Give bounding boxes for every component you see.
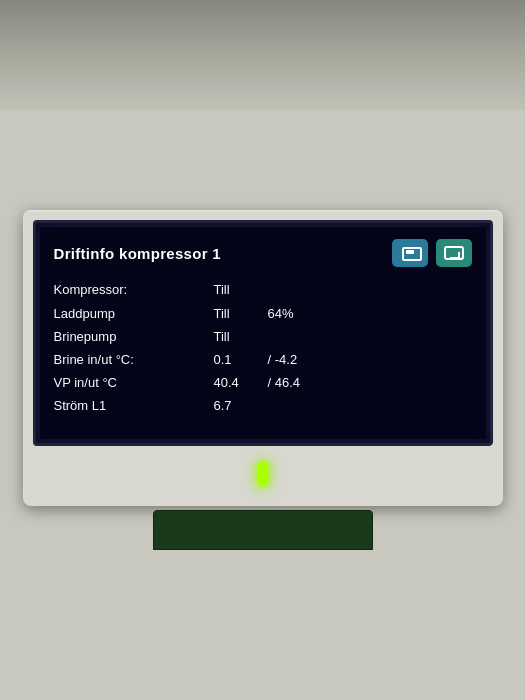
table-row: Laddpump Till 64% bbox=[54, 305, 472, 323]
kompressor-label: Kompressor: bbox=[54, 281, 214, 299]
led-indicator bbox=[258, 462, 268, 486]
laddpump-label: Laddpump bbox=[54, 305, 214, 323]
vp-temp-label: VP in/ut °C bbox=[54, 374, 214, 392]
device-frame: Driftinfo kompressor 1 Kompressor: Till bbox=[23, 210, 503, 505]
data-table: Kompressor: Till Laddpump Till 64% Brine… bbox=[54, 281, 472, 415]
vp-temp-value: 40.4 bbox=[214, 374, 264, 392]
laddpump-value2: 64% bbox=[268, 305, 294, 323]
vp-temp-value2: / 46.4 bbox=[268, 374, 301, 392]
below-screen bbox=[33, 446, 493, 496]
compressor-icon bbox=[399, 245, 421, 261]
back-arrow-icon bbox=[444, 246, 464, 260]
bottom-panel bbox=[153, 510, 373, 550]
brine-temp-value2: / -4.2 bbox=[268, 351, 298, 369]
kompressor-value: Till bbox=[214, 281, 264, 299]
header-icons bbox=[392, 239, 472, 267]
brinepump-value: Till bbox=[214, 328, 264, 346]
screen-title: Driftinfo kompressor 1 bbox=[54, 245, 221, 262]
compressor-icon-button[interactable] bbox=[392, 239, 428, 267]
laddpump-value: Till bbox=[214, 305, 264, 323]
table-row: Ström L1 6.7 bbox=[54, 397, 472, 415]
back-icon-button[interactable] bbox=[436, 239, 472, 267]
table-row: VP in/ut °C 40.4 / 46.4 bbox=[54, 374, 472, 392]
brine-temp-value: 0.1 bbox=[214, 351, 264, 369]
strom-value: 6.7 bbox=[214, 397, 264, 415]
screen-header: Driftinfo kompressor 1 bbox=[54, 239, 472, 271]
strom-label: Ström L1 bbox=[54, 397, 214, 415]
table-row: Kompressor: Till bbox=[54, 281, 472, 299]
brinepump-label: Brinepump bbox=[54, 328, 214, 346]
screen-outer: Driftinfo kompressor 1 Kompressor: Till bbox=[33, 220, 493, 445]
screen-inner: Driftinfo kompressor 1 Kompressor: Till bbox=[40, 227, 486, 438]
brine-temp-label: Brine in/ut °C: bbox=[54, 351, 214, 369]
table-row: Brine in/ut °C: 0.1 / -4.2 bbox=[54, 351, 472, 369]
table-row: Brinepump Till bbox=[54, 328, 472, 346]
wall-top-texture bbox=[0, 0, 525, 110]
